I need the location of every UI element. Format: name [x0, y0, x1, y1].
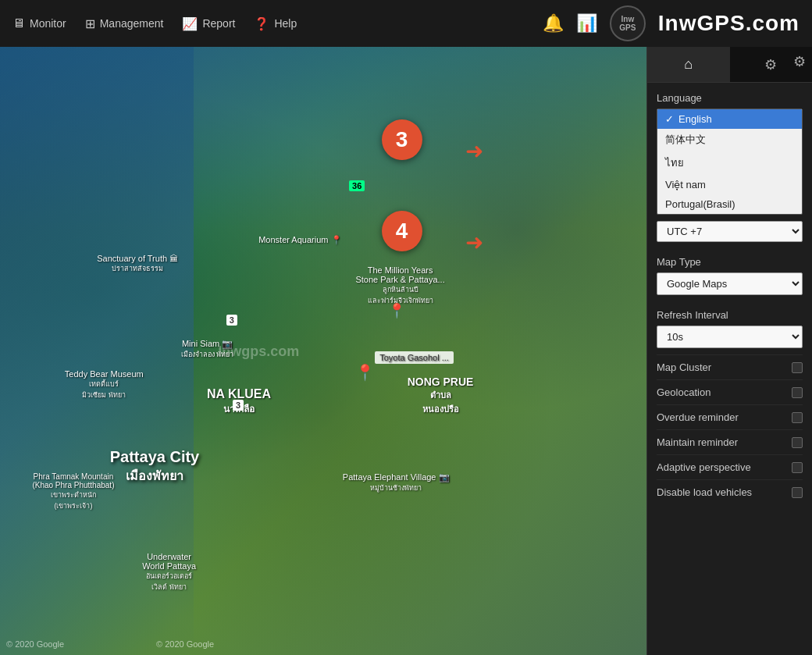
map-type-label: Map Type [657, 256, 803, 268]
adaptive-perspective-label: Adaptive perspective [657, 461, 751, 473]
map-label-elephant: Pattaya Elephant Village 📷หมู่บ้านช้างพั… [343, 472, 450, 493]
map-background: Inwgps.com Sanctuary of Truth 🏛ปราสาทสัจ… [0, 47, 646, 655]
tab-home[interactable]: ⌂ [647, 47, 730, 82]
adaptive-perspective-row: Adaptive perspective [657, 454, 803, 479]
nav-monitor-label: Monitor [30, 17, 66, 30]
refresh-interval-label: Refresh Interval [657, 309, 803, 321]
map-label-toyota: Toyota Gasohol ... [375, 351, 454, 364]
badge-4-number: 4 [396, 219, 408, 244]
map-label-aquarium: Monster Aquarium 📍 [258, 235, 341, 245]
map-label-nong-prue: NONG PRUEตำบลหนองปรือ [408, 376, 474, 416]
panel-tabs: ⌂ ⚙ [647, 47, 812, 83]
geolocation-label: Geolocation [657, 386, 710, 398]
arrow-3: ➜ [465, 138, 483, 164]
utc-select[interactable]: UTC +7 UTC +8 UTC +0 [657, 221, 803, 242]
right-panel: ⌂ ⚙ Language ✓ English 简体中文 ไทย [646, 47, 812, 655]
maintain-reminder-checkbox[interactable] [792, 437, 803, 448]
disable-load-vehicles-row: Disable load vehicles [657, 479, 803, 504]
nav-report[interactable]: 📈 Report [182, 16, 235, 31]
lang-option-english[interactable]: ✓ English [657, 109, 802, 129]
bell-icon[interactable]: 🔔 [543, 13, 564, 34]
map-type-select[interactable]: Google Maps OpenStreetMap Satellite [657, 272, 803, 295]
arrow-4: ➜ [465, 230, 483, 255]
map-badge-4: 4 [382, 211, 422, 251]
route-marker-36: 36 [349, 180, 365, 191]
main-area: Inwgps.com Sanctuary of Truth 🏛ปราสาทสัจ… [0, 47, 812, 655]
geolocation-row: Geolocation [657, 379, 803, 404]
lang-option-vietnamese[interactable]: Việt nam [657, 175, 802, 194]
lang-label-thai: ไทย [665, 155, 684, 171]
lang-option-portuguese[interactable]: Portugal(Brasil) [657, 194, 802, 214]
overdue-reminder-checkbox[interactable] [792, 412, 803, 423]
settings-icon: ⚙ [764, 56, 777, 73]
management-icon: ⊞ [85, 16, 95, 31]
top-navigation: 🖥 Monitor ⊞ Management 📈 Report ❓ Help 🔔… [0, 0, 812, 47]
map-area[interactable]: Inwgps.com Sanctuary of Truth 🏛ปราสาทสัจ… [0, 47, 646, 655]
help-icon: ❓ [254, 16, 269, 31]
map-label-million-years: The Million YearsStone Park & Pattaya...… [355, 265, 444, 306]
map-marker-1: 📍 [355, 363, 375, 382]
map-badge-3: 3 [382, 119, 422, 160]
map-cluster-checkbox[interactable] [792, 362, 803, 373]
lang-option-chinese[interactable]: 简体中文 [657, 129, 802, 151]
map-copyright: © 2020 Google [6, 639, 64, 649]
lang-label-portuguese: Portugal(Brasil) [665, 198, 735, 210]
disable-load-vehicles-checkbox[interactable] [792, 487, 803, 498]
logo-circle: Inw GPS [610, 5, 646, 41]
refresh-interval-select[interactable]: 10s 30s 1m 5m [657, 326, 803, 348]
map-gear-icon[interactable]: ⚙ [793, 53, 806, 70]
maintain-reminder-label: Maintain reminder [657, 436, 738, 448]
overdue-reminder-row: Overdue reminder [657, 404, 803, 429]
nav-help[interactable]: ❓ Help [254, 16, 297, 31]
lang-label-vietnamese: Việt nam [665, 179, 706, 190]
disable-load-vehicles-label: Disable load vehicles [657, 486, 752, 498]
map-cluster-label: Map Cluster [657, 361, 711, 373]
badge-3-number: 3 [396, 127, 408, 152]
nav-right: 🔔 📊 Inw GPS InwGPS.com [543, 5, 800, 41]
nav-report-label: Report [202, 17, 235, 30]
road-marker-3b: 3 [233, 400, 244, 411]
report-icon: 📈 [182, 16, 198, 31]
chart-icon[interactable]: 📊 [576, 13, 597, 34]
map-marker-2: 📍 [388, 302, 405, 319]
monitor-icon: 🖥 [12, 16, 25, 30]
home-icon: ⌂ [684, 56, 693, 73]
nav-management-label: Management [100, 17, 164, 30]
language-dropdown[interactable]: ✓ English 简体中文 ไทย Việt nam Portugal(Bra… [657, 109, 803, 215]
overdue-reminder-label: Overdue reminder [657, 411, 739, 423]
road-marker-3: 3 [226, 315, 237, 326]
map-cluster-row: Map Cluster [657, 354, 803, 379]
language-label: Language [657, 92, 803, 104]
maintain-reminder-row: Maintain reminder [657, 429, 803, 454]
nav-left: 🖥 Monitor ⊞ Management 📈 Report ❓ Help [12, 16, 543, 31]
lang-label-chinese: 简体中文 [665, 133, 706, 147]
nav-management[interactable]: ⊞ Management [85, 16, 164, 31]
nav-monitor[interactable]: 🖥 Monitor [12, 16, 66, 30]
panel-content: Language ✓ English 简体中文 ไทย Việt nam Por… [647, 83, 812, 655]
lang-option-thai[interactable]: ไทย [657, 151, 802, 175]
map-water-top [0, 47, 646, 230]
geolocation-checkbox[interactable] [792, 387, 803, 398]
logo-line2: GPS [619, 23, 636, 32]
nav-help-label: Help [274, 17, 297, 30]
map-copyright2: © 2020 Google [156, 639, 214, 649]
lang-label-english: English [678, 113, 712, 125]
logo-text: InwGPS.com [658, 11, 800, 36]
map-watermark: Inwgps.com [218, 343, 299, 359]
checkmark-icon: ✓ [665, 113, 674, 125]
adaptive-perspective-checkbox[interactable] [792, 462, 803, 473]
logo-line1: Inw [619, 15, 636, 23]
